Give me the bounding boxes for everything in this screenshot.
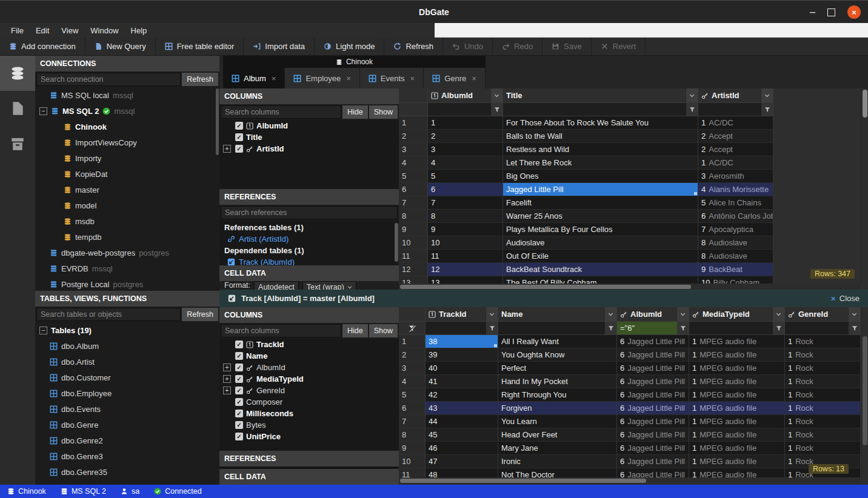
menu-window[interactable]: Window: [84, 26, 124, 35]
vertical-scroll-thumb[interactable]: [863, 336, 867, 445]
cell-albumid[interactable]: 1: [428, 116, 503, 130]
toolbar-refresh-button[interactable]: Refresh: [384, 38, 443, 55]
cell-mediatypeid[interactable]: 1MPEG audio file: [689, 348, 785, 362]
cell-title[interactable]: Balls to the Wall: [503, 130, 698, 143]
row-number[interactable]: 11: [399, 250, 428, 263]
row-number[interactable]: 1: [399, 116, 428, 130]
horizontal-scroll-thumb[interactable]: [400, 479, 646, 483]
row-number[interactable]: 12: [399, 263, 428, 276]
column-header-albumid[interactable]: AlbumId: [428, 88, 503, 102]
cell-name[interactable]: Ironic: [498, 455, 617, 468]
cell-mediatypeid[interactable]: 1MPEG audio file: [689, 455, 785, 468]
sidebar-database-button[interactable]: [0, 56, 35, 91]
cell-artistid[interactable]: 9BackBeat: [698, 263, 773, 276]
cell-name[interactable]: Hand In My Pocket: [498, 375, 617, 388]
cell-trackid[interactable]: 48: [426, 468, 498, 477]
table-item-dbo-album[interactable]: dbo.Album: [35, 338, 219, 354]
filter-input-albumid[interactable]: [428, 103, 503, 116]
close-tab-icon[interactable]: ×: [346, 74, 351, 83]
checkbox-checked-icon[interactable]: [235, 352, 243, 360]
table-item-dbo-events[interactable]: dbo.Events: [35, 401, 219, 417]
sidebar-archive-button[interactable]: [0, 126, 35, 161]
cell-albumid[interactable]: 6Jagged Little Pill: [617, 348, 689, 362]
format-autodetect-dropdown[interactable]: Autodetect: [254, 281, 299, 290]
row-number[interactable]: 2: [399, 130, 428, 143]
menu-help[interactable]: Help: [125, 26, 153, 35]
row-number[interactable]: 11: [399, 468, 426, 477]
cell-artistid[interactable]: 4Alanis Morissette: [698, 183, 773, 196]
format-text-wrap-dropdown[interactable]: Text (wrap): [302, 281, 356, 290]
reference-link-track[interactable]: Track (AlbumId): [219, 256, 399, 265]
table-item-dbo-genre2[interactable]: dbo.Genre2: [35, 433, 219, 448]
cell-trackid[interactable]: 42: [426, 388, 498, 402]
cell-genreid[interactable]: 1Rock: [785, 388, 861, 402]
cell-name[interactable]: Forgiven: [498, 402, 617, 415]
table-item-dbo-customer[interactable]: dbo.Customer: [35, 370, 219, 385]
connection-item-postgre-local[interactable]: Postgre Localpostgres: [35, 276, 219, 291]
toolbar-import-data-button[interactable]: Import data: [244, 38, 315, 55]
cell-trackid[interactable]: 45: [426, 428, 498, 442]
cell-artistid[interactable]: 1AC/DC: [698, 156, 773, 170]
table-item-dbo-genre[interactable]: dbo.Genre: [35, 417, 219, 433]
search-references-input[interactable]: [221, 206, 398, 219]
cell-albumid[interactable]: 6Jagged Little Pill: [617, 362, 689, 375]
cell-albumid[interactable]: 11: [428, 250, 503, 263]
cell-trackid[interactable]: 47: [426, 455, 498, 468]
close-tab-icon[interactable]: ×: [410, 74, 415, 83]
close-reference-panel-button[interactable]: × Close: [831, 294, 860, 304]
column-item-unitprice[interactable]: UnitPrice: [219, 431, 399, 442]
cell-title[interactable]: BackBeat Soundtrack: [503, 263, 698, 276]
column-header-title[interactable]: Title: [503, 88, 698, 102]
horizontal-scroll-thumb[interactable]: [400, 285, 691, 289]
column-item-trackid[interactable]: TrackId: [219, 339, 399, 350]
column-item-title[interactable]: Title: [219, 131, 399, 143]
row-number[interactable]: 5: [399, 388, 426, 402]
cell-title[interactable]: Plays Metallica By Four Cellos: [503, 223, 698, 236]
show-columns-button[interactable]: Show: [369, 324, 398, 337]
connection-item-tempdb[interactable]: tempdb: [35, 229, 219, 245]
filter-funnel-icon[interactable]: [761, 103, 773, 116]
cell-title[interactable]: Restless and Wild: [503, 143, 698, 156]
connection-item-chinook[interactable]: Chinook: [35, 119, 219, 134]
cell-artistid[interactable]: 10Billy Cobham: [698, 276, 773, 284]
toolbar-new-query-button[interactable]: New Query: [85, 38, 156, 55]
refresh-connections-button[interactable]: Refresh: [182, 73, 218, 86]
references-scrollbar[interactable]: [395, 223, 398, 262]
cell-albumid[interactable]: 3: [428, 143, 503, 156]
filter-funnel-icon[interactable]: [849, 322, 860, 334]
minimize-button-icon[interactable]: –: [810, 9, 815, 15]
cell-albumid[interactable]: 6Jagged Little Pill: [617, 375, 689, 388]
cell-genreid[interactable]: 1Rock: [785, 375, 861, 388]
cell-trackid[interactable]: 38: [426, 335, 498, 348]
titlebar[interactable]: DbGate – ×: [0, 0, 868, 23]
cell-name[interactable]: Not The Doctor: [498, 468, 617, 477]
cell-genreid[interactable]: 1Rock: [785, 428, 861, 442]
row-number[interactable]: 5: [399, 170, 428, 183]
cell-albumid[interactable]: 10: [428, 236, 503, 250]
column-item-albumid[interactable]: AlbumId: [219, 120, 399, 131]
column-header-trackid[interactable]: TrackId: [426, 307, 498, 321]
cell-artistid[interactable]: 5Alice In Chains: [698, 196, 773, 210]
search-columns-input[interactable]: [221, 324, 341, 337]
checkbox-checked-icon[interactable]: [235, 145, 243, 153]
table-item-dbo-genre35[interactable]: dbo.Genre35: [35, 464, 219, 480]
filter-funnel-icon[interactable]: [773, 322, 784, 334]
connection-item-msdb[interactable]: msdb: [35, 213, 219, 229]
cell-albumid[interactable]: 6: [428, 183, 503, 196]
cell-artistid[interactable]: 6Antônio Carlos Jobim: [698, 210, 773, 223]
column-header-albumid[interactable]: AlbumId: [617, 307, 689, 321]
cell-trackid[interactable]: 43: [426, 402, 498, 415]
cell-albumid[interactable]: 4: [428, 156, 503, 170]
checkbox-checked-icon[interactable]: [235, 122, 243, 130]
menu-file[interactable]: File: [5, 26, 30, 35]
checkbox-checked-icon[interactable]: [235, 133, 243, 141]
sidebar-file-button[interactable]: [0, 91, 35, 126]
row-number[interactable]: 7: [399, 196, 428, 210]
cell-trackid[interactable]: 39: [426, 348, 498, 362]
tab-events[interactable]: Events×: [360, 68, 424, 88]
checkbox-checked-icon[interactable]: [235, 421, 243, 429]
row-number[interactable]: 8: [399, 428, 426, 442]
cell-genreid[interactable]: 1Rock: [785, 402, 861, 415]
cell-mediatypeid[interactable]: 1MPEG audio file: [689, 362, 785, 375]
column-menu-chevron-icon[interactable]: [686, 88, 698, 102]
